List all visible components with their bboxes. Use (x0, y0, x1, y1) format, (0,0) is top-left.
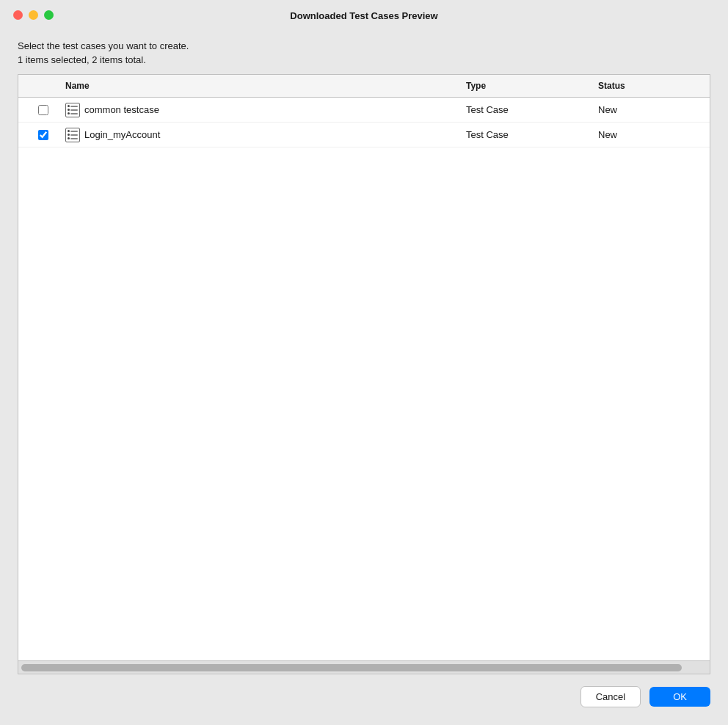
instruction-text: Select the test cases you want to create… (18, 40, 710, 51)
table-body: common testcase Test Case New (18, 98, 710, 660)
test-case-icon-2 (65, 128, 80, 142)
table-row: Login_myAccount Test Case New (18, 123, 710, 147)
title-bar: Downloaded Test Cases Preview (0, 0, 728, 29)
col-header-status: Status (592, 79, 710, 92)
table-container: Name Type Status (18, 74, 710, 674)
minimize-button[interactable] (29, 10, 38, 20)
scrollbar-thumb (21, 664, 682, 671)
row-1-status: New (592, 104, 710, 115)
row-1-checkbox[interactable] (38, 105, 48, 115)
col-header-checkbox (18, 79, 59, 92)
cancel-button[interactable]: Cancel (580, 686, 641, 707)
dialog-title: Downloaded Test Cases Preview (290, 10, 437, 21)
row-2-checkbox-cell (18, 130, 59, 140)
row-1-type: Test Case (460, 104, 592, 115)
table-row: common testcase Test Case New (18, 98, 710, 123)
content-area: Select the test cases you want to create… (0, 29, 728, 674)
close-button[interactable] (13, 10, 23, 20)
ok-button[interactable]: OK (649, 687, 710, 707)
row-2-type: Test Case (460, 129, 592, 140)
row-2-status: New (592, 129, 710, 140)
footer: Cancel OK (0, 674, 728, 725)
row-1-name: common testcase (84, 104, 159, 115)
col-header-type: Type (460, 79, 592, 92)
horizontal-scrollbar[interactable] (18, 660, 710, 674)
row-2-name: Login_myAccount (84, 129, 160, 140)
row-2-name-cell: Login_myAccount (59, 128, 460, 142)
row-2-checkbox[interactable] (38, 130, 48, 140)
window-controls (13, 10, 54, 20)
row-1-name-cell: common testcase (59, 103, 460, 117)
test-case-icon-1 (65, 103, 80, 117)
col-header-name: Name (59, 79, 460, 92)
selection-summary: 1 items selected, 2 items total. (18, 54, 710, 65)
maximize-button[interactable] (44, 10, 54, 20)
row-1-checkbox-cell (18, 105, 59, 115)
table-header: Name Type Status (18, 75, 710, 98)
